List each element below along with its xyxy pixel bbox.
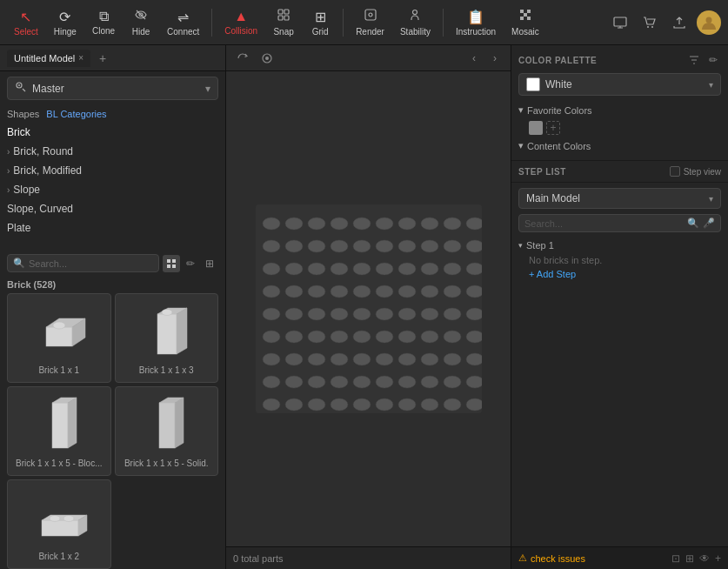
palette-edit-btn[interactable]: ✏ [705, 52, 721, 68]
palette-filter-btn[interactable] [686, 52, 702, 68]
model-dropdown-chevron: ▾ [709, 194, 713, 204]
bl-categories-link[interactable]: BL Categories [46, 109, 106, 119]
canvas-reset-btn[interactable] [257, 49, 277, 68]
svg-point-100 [331, 331, 348, 343]
brick-search-bar[interactable]: 🔍 [7, 254, 159, 272]
step-search[interactable]: 🔍 🎤 [518, 214, 721, 232]
search-icon: 🔍 [13, 258, 25, 269]
favorite-colors-header[interactable]: ▾ Favorite Colors [518, 103, 721, 117]
category-brick-round[interactable]: › Brick, Round [7, 142, 218, 161]
tool-render[interactable]: Render [349, 5, 391, 39]
category-plate[interactable]: Plate [7, 218, 218, 238]
svg-point-119 [308, 376, 325, 388]
step-search-icon: 🔍 [687, 218, 699, 229]
status-icon-3[interactable]: 👁 [699, 552, 710, 565]
svg-rect-3 [284, 10, 289, 14]
svg-rect-11 [520, 17, 524, 20]
svg-point-15 [647, 26, 649, 28]
add-step-btn[interactable]: + Add Step [518, 267, 721, 281]
step-1-header[interactable]: ▾ Step 1 [518, 238, 721, 253]
step-view-checkbox[interactable] [670, 166, 680, 177]
svg-point-133 [398, 398, 416, 411]
brick-item-1x1[interactable]: Brick 1 x 1 [7, 293, 111, 383]
tool-hide[interactable]: Hide [124, 5, 158, 39]
tool-connect-label: Connect [167, 27, 199, 37]
brick-search-input[interactable] [29, 258, 153, 269]
tab-close[interactable]: × [78, 53, 83, 63]
svg-point-122 [376, 376, 393, 388]
svg-rect-9 [520, 10, 524, 13]
clone-icon: ⧉ [99, 9, 109, 24]
avatar[interactable] [697, 10, 721, 35]
tab-add[interactable]: + [94, 50, 111, 67]
tool-instruction-label: Instruction [456, 27, 496, 37]
category-brick[interactable]: Brick [7, 123, 218, 142]
view-grid-btn[interactable] [163, 255, 180, 272]
tool-hinge[interactable]: ⟳ Hinge [47, 6, 83, 39]
svg-point-68 [285, 263, 303, 275]
tool-instruction[interactable]: 📋 Instruction [449, 6, 503, 39]
status-right-icons: ⊡ ⊞ 👁 + [671, 552, 721, 565]
svg-marker-35 [68, 398, 77, 448]
brick-item-1x1x5[interactable]: Brick 1 x 1 x 5 - Bloc... [7, 386, 111, 476]
brick-item-1x2[interactable]: Brick 1 x 2 [7, 479, 111, 569]
cart-btn[interactable] [638, 10, 662, 35]
content-colors-header[interactable]: ▾ Content Colors [518, 138, 721, 153]
tool-mosaic[interactable]: Mosaic [504, 5, 546, 39]
view-list-btn[interactable]: ⊞ [201, 255, 218, 272]
tool-stability[interactable]: Stability [393, 5, 437, 39]
category-brick-modified[interactable]: › Brick, Modified [7, 161, 218, 180]
status-issues[interactable]: ⚠ check issues [518, 552, 585, 564]
view-buttons: ✏ ⊞ [163, 255, 218, 272]
brick-item-1x1x3[interactable]: Brick 1 x 1 x 3 [115, 293, 219, 383]
svg-point-90 [331, 308, 348, 320]
category-slope-curved[interactable]: Slope, Curved [7, 199, 218, 218]
brick-item-1x1x5s[interactable]: Brick 1 x 1 x 5 - Solid. [115, 386, 219, 476]
brick-thumb-1x2 [29, 487, 90, 548]
tool-clone[interactable]: ⧉ Clone [85, 6, 122, 38]
master-dropdown[interactable]: Master ▾ [7, 77, 218, 100]
hide-icon [134, 8, 148, 25]
svg-point-61 [353, 240, 371, 252]
status-icon-2[interactable]: ⊞ [685, 552, 694, 565]
svg-point-112 [376, 353, 393, 365]
chevron-brick-modified: › [7, 166, 10, 176]
svg-point-28 [53, 322, 65, 329]
tool-select[interactable]: ↖ Select [7, 6, 45, 39]
step-view-label: Step view [684, 167, 721, 177]
svg-point-111 [353, 353, 371, 365]
model-tab[interactable]: Untitled Model × [7, 50, 90, 67]
canvas-next-btn[interactable]: › [486, 50, 504, 67]
toolbar-tools: ↖ Select ⟳ Hinge ⧉ Clone Hide ⇌ Connect [7, 5, 546, 39]
view-pencil-btn[interactable]: ✏ [182, 255, 199, 272]
svg-marker-38 [175, 398, 184, 448]
svg-point-20 [18, 84, 20, 86]
model-dropdown[interactable]: Main Model ▾ [518, 188, 721, 209]
fav-color-1[interactable] [529, 121, 543, 135]
status-icon-4[interactable]: + [715, 552, 721, 565]
step-view-toggle[interactable]: Step view [670, 166, 721, 177]
svg-point-32 [162, 310, 172, 316]
canvas-rotate-btn[interactable] [233, 49, 252, 68]
tool-snap[interactable]: Snap [266, 5, 301, 39]
step-search-input[interactable] [524, 218, 684, 229]
svg-rect-33 [52, 403, 68, 448]
upload-btn[interactable] [667, 10, 691, 35]
canvas-content[interactable] [226, 71, 511, 546]
svg-point-136 [466, 398, 482, 411]
fav-add-btn[interactable]: + [546, 121, 560, 135]
tool-connect[interactable]: ⇌ Connect [160, 6, 206, 39]
tool-collision[interactable]: ▲ Collision [217, 6, 264, 38]
model-tab-label: Untitled Model [14, 53, 75, 64]
status-icon-1[interactable]: ⊡ [671, 552, 680, 565]
svg-point-56 [466, 218, 482, 230]
canvas-prev-btn[interactable]: ‹ [465, 50, 483, 67]
monitor-btn[interactable] [608, 10, 632, 35]
tool-grid[interactable]: ⊞ Grid [303, 6, 337, 39]
svg-point-88 [285, 308, 303, 320]
collision-icon: ▲ [234, 9, 248, 24]
category-slope[interactable]: › Slope [7, 180, 218, 199]
tool-hinge-label: Hinge [54, 27, 77, 37]
color-dropdown[interactable]: White ▾ [518, 73, 721, 96]
svg-point-49 [308, 218, 325, 230]
